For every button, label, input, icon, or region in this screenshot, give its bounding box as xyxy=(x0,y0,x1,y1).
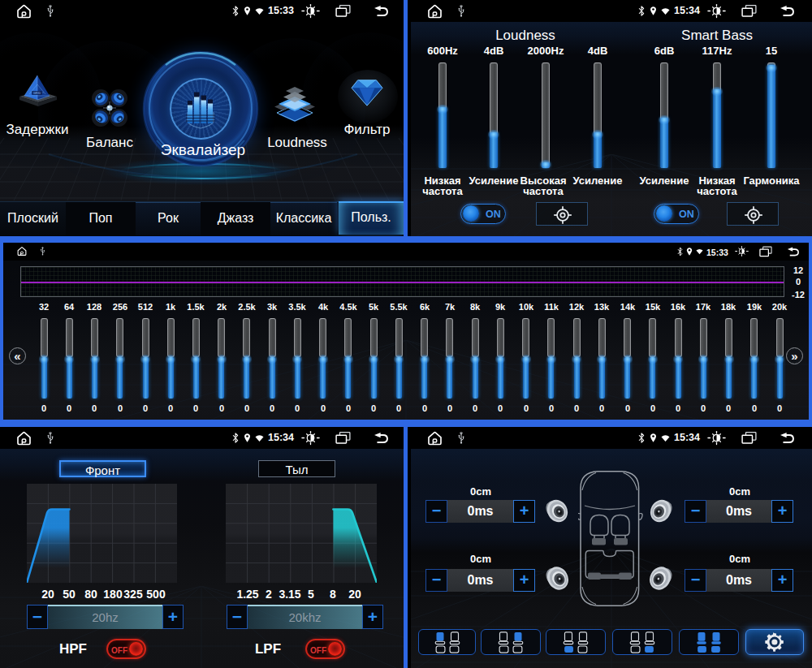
svg-text:GRID: GRID xyxy=(33,92,41,95)
